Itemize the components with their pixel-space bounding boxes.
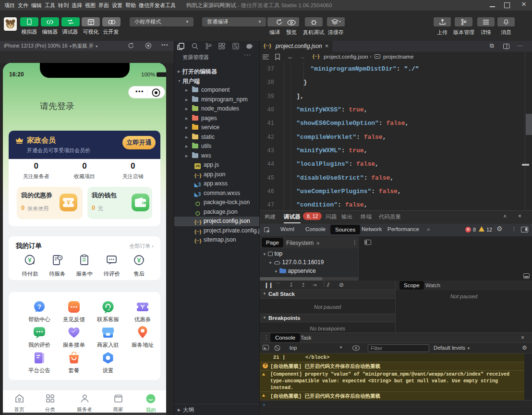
svg-text:?: ? xyxy=(37,303,41,310)
